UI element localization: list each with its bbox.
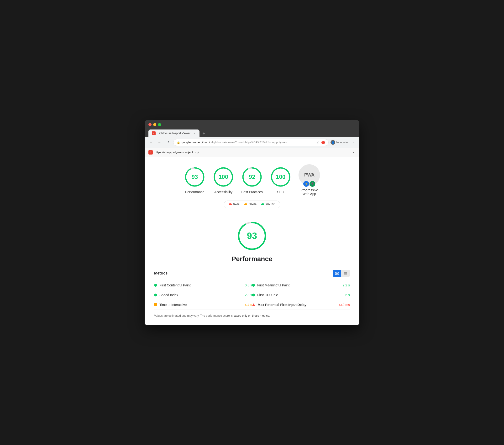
score-label-performance: Performance bbox=[185, 190, 204, 194]
score-number-large: 93 bbox=[247, 231, 257, 241]
legend-dot-green bbox=[261, 204, 264, 205]
score-best-practices: 92 Best Practices bbox=[241, 166, 263, 194]
legend-item-green: 90–100 bbox=[261, 203, 275, 206]
svg-rect-12 bbox=[336, 274, 337, 275]
metric-first-cpu-idle: First CPU Idle 3.6 s bbox=[252, 290, 350, 300]
metric-value-tti: 4.4 s bbox=[245, 303, 252, 307]
legend-dot-orange bbox=[244, 204, 247, 205]
traffic-lights bbox=[148, 123, 356, 126]
browser-titlebar: L Lighthouse Report Viewer × + bbox=[144, 120, 360, 137]
score-number-performance: 93 bbox=[192, 174, 198, 180]
metric-first-contentful-paint: First Contentful Paint 0.8 s bbox=[154, 280, 252, 290]
metrics-note: Values are estimated and may vary. The p… bbox=[154, 314, 350, 318]
address-text: googlechrome.github.io/lighthouse/viewer… bbox=[181, 141, 315, 144]
score-pwa: PWA ⚡ ➕ ProgressiveWeb App bbox=[299, 164, 320, 196]
metric-triangle-fid bbox=[252, 303, 255, 306]
metric-value-fci: 3.6 s bbox=[343, 293, 350, 297]
browser-content: 93 Performance 100 Accessibility bbox=[144, 157, 360, 325]
legend-item-orange: 50–89 bbox=[244, 203, 256, 206]
scores-section: 93 Performance 100 Accessibility bbox=[144, 157, 360, 213]
metric-name-fmp: First Meaningful Paint bbox=[257, 283, 340, 287]
legend-label-orange: 50–89 bbox=[249, 203, 256, 206]
active-tab[interactable]: L Lighthouse Report Viewer × bbox=[148, 130, 199, 137]
score-circle-best-practices: 92 bbox=[241, 166, 263, 188]
metric-dot-si bbox=[154, 293, 157, 296]
address-bar[interactable]: 🔒 googlechrome.github.io/lighthouse/view… bbox=[173, 139, 329, 146]
lock-icon: 🔒 bbox=[177, 141, 180, 144]
metric-name-fcp: First Contentful Paint bbox=[159, 283, 242, 287]
metric-value-si: 2.3 s bbox=[245, 293, 252, 297]
svg-rect-10 bbox=[336, 272, 337, 273]
metric-dot-fcp bbox=[154, 284, 157, 287]
performance-detail-section: 93 Performance Metrics bbox=[144, 213, 360, 325]
new-tab-button[interactable]: + bbox=[200, 130, 207, 137]
tab-label: Lighthouse Report Viewer bbox=[158, 132, 190, 135]
metrics-note-link[interactable]: based only on these metrics bbox=[234, 314, 269, 317]
tab-favicon-letter: L bbox=[153, 132, 154, 135]
metrics-grid: First Contentful Paint 0.8 s First Meani… bbox=[154, 280, 350, 310]
metrics-note-text: Values are estimated and may vary. The p… bbox=[154, 314, 234, 317]
legend-label-red: 0–49 bbox=[233, 203, 240, 206]
incognito-badge: 👤 Incognito bbox=[330, 140, 348, 145]
score-label-pwa: ProgressiveWeb App bbox=[300, 188, 318, 196]
browser-more-button[interactable]: ⋮ bbox=[350, 139, 357, 146]
legend-item-red: 0–49 bbox=[229, 203, 240, 206]
score-seo: 100 SEO bbox=[270, 166, 291, 194]
metrics-title: Metrics bbox=[154, 271, 167, 275]
metric-value-fcp: 0.8 s bbox=[245, 283, 252, 287]
score-performance: 93 Performance bbox=[184, 166, 205, 194]
score-number-best-practices: 92 bbox=[249, 174, 255, 180]
maximize-traffic-light[interactable] bbox=[158, 123, 161, 126]
pwa-icon-bolt: ⚡ bbox=[303, 181, 309, 187]
tab-favicon: L bbox=[152, 131, 156, 135]
star-icon[interactable]: ☆ bbox=[317, 141, 320, 144]
view-toggle[interactable] bbox=[333, 270, 350, 277]
svg-rect-13 bbox=[337, 274, 338, 275]
list-view-button[interactable] bbox=[341, 270, 350, 277]
address-origin: googlechrome.github.io bbox=[181, 141, 211, 144]
score-circle-accessibility: 100 bbox=[213, 166, 234, 188]
legend-label-green: 90–100 bbox=[266, 203, 275, 206]
forward-button[interactable]: → bbox=[156, 139, 163, 146]
incognito-icon: 👤 bbox=[330, 140, 335, 145]
metric-value-fmp: 2.2 s bbox=[343, 283, 350, 287]
metric-time-to-interactive: Time to Interactive 4.4 s bbox=[154, 300, 252, 310]
scores-row: 93 Performance 100 Accessibility bbox=[184, 164, 320, 196]
metric-dot-fmp bbox=[252, 284, 255, 287]
score-label-best-practices: Best Practices bbox=[241, 190, 263, 194]
metric-max-potential-fid: Max Potential First Input Delay 440 ms bbox=[252, 300, 350, 310]
browser-window: L Lighthouse Report Viewer × + ← → ↺ 🔒 g… bbox=[144, 120, 360, 325]
minimize-traffic-light[interactable] bbox=[153, 123, 156, 126]
pwa-circle: PWA ⚡ ➕ bbox=[299, 164, 320, 186]
close-traffic-light[interactable] bbox=[148, 123, 152, 126]
perf-title: Performance bbox=[232, 255, 272, 263]
infobar-favicon: L bbox=[148, 150, 153, 154]
metrics-section: Metrics bbox=[154, 270, 350, 318]
back-button[interactable]: ← bbox=[147, 139, 154, 146]
grid-view-button[interactable] bbox=[333, 270, 341, 277]
score-accessibility: 100 Accessibility bbox=[213, 166, 234, 194]
legend-dot-red bbox=[229, 204, 232, 205]
browser-infobar: L https://shop.polymer-project.org/ ⋮ bbox=[144, 148, 360, 157]
metric-name-tti: Time to Interactive bbox=[159, 303, 242, 307]
refresh-button[interactable]: ↺ bbox=[165, 139, 171, 146]
score-circle-large: 93 bbox=[236, 220, 268, 251]
infobar-more-button[interactable]: ⋮ bbox=[351, 150, 356, 155]
score-legend: 0–49 50–89 90–100 bbox=[224, 201, 280, 208]
perf-score-large: 93 Performance bbox=[154, 220, 350, 263]
score-label-seo: SEO bbox=[277, 190, 284, 194]
tab-close-button[interactable]: × bbox=[192, 131, 196, 135]
score-label-accessibility: Accessibility bbox=[214, 190, 233, 194]
extension-icon[interactable]: 🔴 bbox=[321, 141, 325, 144]
pwa-icons: ⚡ ➕ bbox=[303, 181, 315, 187]
browser-tabs: L Lighthouse Report Viewer × + bbox=[148, 130, 356, 137]
score-circle-seo: 100 bbox=[270, 166, 291, 188]
pwa-icon-plus: ➕ bbox=[309, 181, 315, 187]
metric-square-tti bbox=[154, 303, 157, 306]
metric-first-meaningful-paint: First Meaningful Paint 2.2 s bbox=[252, 280, 350, 290]
score-number-accessibility: 100 bbox=[219, 174, 228, 180]
infobar-url-text: https://shop.polymer-project.org/ bbox=[155, 151, 199, 154]
metric-speed-index: Speed Index 2.3 s bbox=[154, 290, 252, 300]
browser-toolbar: ← → ↺ 🔒 googlechrome.github.io/lighthous… bbox=[144, 137, 360, 148]
metrics-note-end: . bbox=[269, 314, 270, 317]
